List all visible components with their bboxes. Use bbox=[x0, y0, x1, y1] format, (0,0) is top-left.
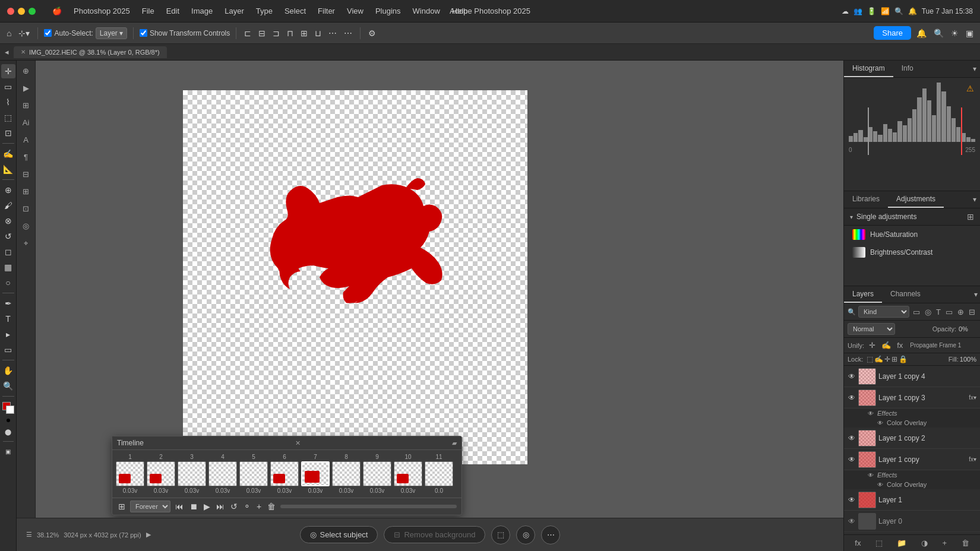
loop-button[interactable]: ↺ bbox=[229, 501, 239, 512]
sec-tool-1[interactable]: ⊕ bbox=[20, 64, 31, 78]
frame-7-thumb[interactable] bbox=[301, 461, 330, 486]
unity-fx-icon[interactable]: fx bbox=[896, 340, 904, 351]
eraser-tool-button[interactable]: ◻ bbox=[1, 245, 15, 259]
layer0-visibility[interactable]: 👁 bbox=[848, 517, 856, 525]
align-left-button[interactable]: ⊏ bbox=[242, 27, 253, 40]
select-subject-button[interactable]: ◎ Select subject bbox=[300, 526, 378, 543]
timeline-frame-9[interactable]: 9 0.03v bbox=[363, 454, 391, 494]
layer-copy3-color-overlay[interactable]: 👁 Color Overlay bbox=[844, 418, 980, 428]
frame-3-thumb[interactable] bbox=[178, 461, 206, 486]
hand-tool-button[interactable]: ✋ bbox=[1, 363, 15, 378]
sec-tool-10[interactable]: ◎ bbox=[20, 219, 31, 233]
sec-tool-8[interactable]: ⊞ bbox=[20, 185, 31, 198]
move-tool-button[interactable]: ✛ bbox=[1, 64, 15, 78]
delete-frame-button[interactable]: 🗑 bbox=[266, 501, 277, 512]
layer-item-copy[interactable]: 👁 Layer 1 copy fx▾ bbox=[844, 449, 980, 470]
quick-mask-button[interactable]: ⬤ bbox=[1, 425, 15, 439]
lock-all-icon[interactable]: 🔒 bbox=[899, 355, 908, 363]
layer1-visibility[interactable]: 👁 bbox=[848, 496, 856, 504]
info-tab[interactable]: Info bbox=[893, 61, 922, 77]
move-options-button[interactable]: ⊹▾ bbox=[17, 27, 31, 40]
timeline-frame-6[interactable]: 6 0.03v bbox=[270, 454, 299, 494]
bell-icon[interactable]: 🔔 bbox=[915, 27, 928, 40]
unity-paint-icon[interactable]: ✍ bbox=[880, 340, 892, 351]
copy-color-overlay-eye[interactable]: 👁 bbox=[877, 482, 883, 488]
text-tool-button[interactable]: T bbox=[1, 312, 15, 326]
effects-eye-icon[interactable]: 👁 bbox=[868, 410, 874, 417]
unity-pos-icon[interactable]: ✛ bbox=[868, 340, 877, 351]
next-frame-button[interactable]: ⏭ bbox=[215, 501, 226, 512]
delete-layer-btn[interactable]: 🗑 bbox=[958, 537, 973, 549]
frame-2-thumb[interactable] bbox=[147, 461, 175, 486]
auto-select-dropdown[interactable]: Layer ▾ bbox=[96, 27, 127, 39]
menu-plugins[interactable]: Plugins bbox=[371, 5, 406, 17]
menu-photoshop[interactable]: Photoshop 2025 bbox=[69, 5, 135, 17]
brush-tool-button[interactable]: 🖌 bbox=[1, 198, 15, 213]
transform-check[interactable] bbox=[140, 29, 147, 37]
more-bottom-button[interactable]: ⋯ bbox=[541, 525, 560, 544]
frame-11-thumb[interactable] bbox=[425, 461, 453, 486]
align-center-h-button[interactable]: ⊟ bbox=[257, 27, 267, 40]
add-layer-style-btn[interactable]: fx bbox=[851, 537, 864, 549]
copy-effects-eye-icon[interactable]: 👁 bbox=[868, 472, 874, 479]
lock-artboard-icon[interactable]: ⊞ bbox=[892, 355, 897, 363]
sec-tool-3[interactable]: ⊞ bbox=[20, 99, 31, 112]
timeline-frame-11[interactable]: 11 0.0 bbox=[425, 454, 453, 494]
timeline-frame-10[interactable]: 10 0.03v bbox=[394, 454, 422, 494]
filter-shape-icon[interactable]: ▭ bbox=[944, 306, 954, 318]
background-color[interactable] bbox=[6, 406, 14, 414]
frame-5-thumb[interactable] bbox=[239, 461, 268, 486]
layers-collapse-btn[interactable]: ▾ bbox=[974, 290, 978, 299]
collapse-tabs-btn[interactable]: ◂ bbox=[5, 48, 9, 56]
sec-tool-9[interactable]: ⊡ bbox=[20, 202, 31, 216]
sec-tool-6[interactable]: ¶ bbox=[21, 150, 30, 164]
search-icon[interactable]: 🔍 bbox=[894, 7, 903, 15]
layer-copy-fx[interactable]: fx▾ bbox=[969, 456, 976, 463]
more-options-button[interactable]: ⋯ bbox=[342, 27, 354, 40]
new-frame-button[interactable]: + bbox=[255, 501, 263, 512]
layer-item-1[interactable]: 👁 Layer 1 bbox=[844, 489, 980, 511]
timeline-close-button[interactable]: ✕ bbox=[295, 439, 301, 447]
tab-close-icon[interactable]: ✕ bbox=[21, 49, 26, 55]
layer-copy3-fx[interactable]: fx▾ bbox=[969, 394, 976, 401]
filter-type-icon[interactable]: ▭ bbox=[912, 306, 921, 318]
adj-brightness-contrast[interactable]: Brightness/Contrast bbox=[844, 243, 980, 261]
filter-toggle[interactable]: ⊟ bbox=[968, 306, 976, 318]
eyedropper-tool-button[interactable]: ✍ bbox=[1, 147, 15, 161]
transform-controls-checkbox[interactable]: Show Transform Controls bbox=[140, 29, 230, 37]
menu-edit[interactable]: Edit bbox=[162, 5, 184, 17]
remove-background-button[interactable]: ⊟ Remove background bbox=[384, 526, 485, 543]
marquee-tool-button[interactable]: ▭ bbox=[1, 80, 15, 94]
new-layer-btn[interactable]: + bbox=[939, 537, 951, 549]
settings-button[interactable]: ⚙ bbox=[366, 27, 378, 40]
menu-filter[interactable]: Filter bbox=[313, 5, 340, 17]
sec-tool-5[interactable]: A bbox=[21, 133, 31, 147]
menu-select[interactable]: Select bbox=[280, 5, 311, 17]
menu-view[interactable]: View bbox=[342, 5, 368, 17]
timeline-menu-button[interactable]: ▰ bbox=[452, 439, 457, 447]
menu-file[interactable]: File bbox=[137, 5, 159, 17]
layer-item-0[interactable]: 👁 Layer 0 bbox=[844, 511, 980, 532]
clone-tool-button[interactable]: ⊗ bbox=[1, 214, 15, 228]
filter-smart-icon[interactable]: ⊕ bbox=[956, 306, 965, 318]
auto-select-check[interactable] bbox=[44, 29, 52, 37]
create-group-btn[interactable]: 📁 bbox=[893, 537, 910, 549]
align-top-button[interactable]: ⊓ bbox=[285, 27, 295, 40]
gradient-tool-button[interactable]: ▦ bbox=[1, 260, 15, 274]
timeline-frame-1[interactable]: 1 0.03v bbox=[116, 454, 144, 494]
path-select-button[interactable]: ▸ bbox=[1, 327, 15, 341]
refine-button[interactable]: ◎ bbox=[516, 525, 535, 544]
layer-item-copy4[interactable]: 👁 Layer 1 copy 4 bbox=[844, 366, 980, 387]
adj-collapse-btn[interactable]: ▾ bbox=[973, 195, 976, 204]
menu-layer[interactable]: Layer bbox=[220, 5, 249, 17]
frame-1-thumb[interactable] bbox=[116, 461, 144, 486]
prev-frame-button[interactable]: ⏹ bbox=[188, 501, 199, 512]
layer-copy-visibility[interactable]: 👁 bbox=[848, 455, 856, 464]
layer-copy2-visibility[interactable]: 👁 bbox=[848, 434, 856, 442]
layer-filter-select[interactable]: Kind bbox=[858, 306, 909, 318]
screen-mode-button[interactable]: ▣ bbox=[1, 444, 15, 458]
histogram-collapse-btn[interactable]: ▾ bbox=[973, 65, 976, 73]
mask-button[interactable]: ⬚ bbox=[491, 525, 510, 544]
history-brush-button[interactable]: ↺ bbox=[1, 229, 15, 243]
maximize-button[interactable] bbox=[29, 8, 36, 15]
